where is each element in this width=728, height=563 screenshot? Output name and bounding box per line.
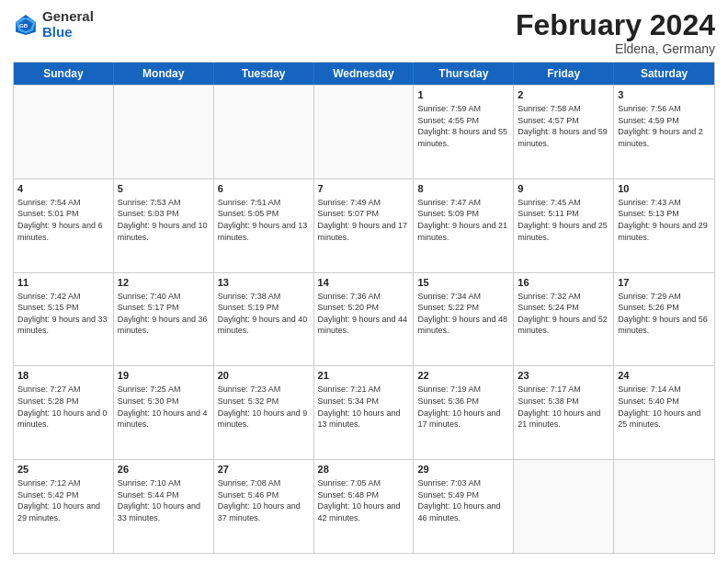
title-block: February 2024 Eldena, Germany xyxy=(516,9,715,56)
day-cell-27: 27Sunrise: 7:08 AM Sunset: 5:46 PM Dayli… xyxy=(214,460,314,553)
day-info: Sunrise: 7:29 AM Sunset: 5:26 PM Dayligh… xyxy=(618,291,711,337)
header-day-wednesday: Wednesday xyxy=(314,63,415,85)
day-cell-7: 7Sunrise: 7:49 AM Sunset: 5:07 PM Daylig… xyxy=(314,179,415,272)
day-cell-15: 15Sunrise: 7:34 AM Sunset: 5:22 PM Dayli… xyxy=(414,273,514,366)
day-info: Sunrise: 7:45 AM Sunset: 5:11 PM Dayligh… xyxy=(518,197,609,243)
calendar-body: 1Sunrise: 7:59 AM Sunset: 4:55 PM Daylig… xyxy=(14,85,714,553)
day-cell-19: 19Sunrise: 7:25 AM Sunset: 5:30 PM Dayli… xyxy=(114,366,214,459)
day-number: 3 xyxy=(618,88,711,102)
day-info: Sunrise: 7:32 AM Sunset: 5:24 PM Dayligh… xyxy=(518,291,609,337)
calendar-header: SundayMondayTuesdayWednesdayThursdayFrid… xyxy=(14,63,714,85)
day-info: Sunrise: 7:08 AM Sunset: 5:46 PM Dayligh… xyxy=(218,477,310,523)
day-cell-8: 8Sunrise: 7:47 AM Sunset: 5:09 PM Daylig… xyxy=(414,179,514,272)
day-number: 18 xyxy=(17,369,109,383)
day-info: Sunrise: 7:27 AM Sunset: 5:28 PM Dayligh… xyxy=(17,384,109,430)
day-info: Sunrise: 7:59 AM Sunset: 4:55 PM Dayligh… xyxy=(417,103,509,149)
page: GB General Blue February 2024 Eldena, Ge… xyxy=(0,0,728,563)
day-number: 2 xyxy=(518,88,609,102)
day-number: 16 xyxy=(518,276,609,290)
header-day-sunday: Sunday xyxy=(14,63,114,85)
day-number: 22 xyxy=(417,369,509,383)
day-cell-14: 14Sunrise: 7:36 AM Sunset: 5:20 PM Dayli… xyxy=(314,273,415,366)
day-info: Sunrise: 7:56 AM Sunset: 4:59 PM Dayligh… xyxy=(618,103,711,149)
day-cell-29: 29Sunrise: 7:03 AM Sunset: 5:49 PM Dayli… xyxy=(414,460,514,553)
week-row-5: 25Sunrise: 7:12 AM Sunset: 5:42 PM Dayli… xyxy=(14,459,714,553)
day-cell-16: 16Sunrise: 7:32 AM Sunset: 5:24 PM Dayli… xyxy=(514,273,614,366)
empty-cell xyxy=(614,460,714,553)
header: GB General Blue February 2024 Eldena, Ge… xyxy=(13,9,715,56)
day-info: Sunrise: 7:53 AM Sunset: 5:03 PM Dayligh… xyxy=(118,197,210,243)
day-number: 13 xyxy=(218,276,310,290)
day-info: Sunrise: 7:51 AM Sunset: 5:05 PM Dayligh… xyxy=(218,197,310,243)
week-row-2: 4Sunrise: 7:54 AM Sunset: 5:01 PM Daylig… xyxy=(14,178,714,272)
logo-text: General Blue xyxy=(42,9,94,40)
day-number: 28 xyxy=(318,463,410,477)
week-row-3: 11Sunrise: 7:42 AM Sunset: 5:15 PM Dayli… xyxy=(14,272,714,366)
header-day-thursday: Thursday xyxy=(414,63,514,85)
day-info: Sunrise: 7:17 AM Sunset: 5:38 PM Dayligh… xyxy=(518,384,609,430)
day-cell-9: 9Sunrise: 7:45 AM Sunset: 5:11 PM Daylig… xyxy=(514,179,614,272)
day-cell-11: 11Sunrise: 7:42 AM Sunset: 5:15 PM Dayli… xyxy=(14,273,114,366)
day-cell-28: 28Sunrise: 7:05 AM Sunset: 5:48 PM Dayli… xyxy=(314,460,415,553)
day-cell-23: 23Sunrise: 7:17 AM Sunset: 5:38 PM Dayli… xyxy=(514,366,614,459)
empty-cell xyxy=(314,86,415,178)
day-info: Sunrise: 7:42 AM Sunset: 5:15 PM Dayligh… xyxy=(17,291,109,337)
day-info: Sunrise: 7:58 AM Sunset: 4:57 PM Dayligh… xyxy=(518,103,609,149)
day-number: 6 xyxy=(218,182,310,196)
day-info: Sunrise: 7:10 AM Sunset: 5:44 PM Dayligh… xyxy=(118,477,210,523)
day-info: Sunrise: 7:43 AM Sunset: 5:13 PM Dayligh… xyxy=(618,197,711,243)
logo-blue-text: Blue xyxy=(42,25,94,40)
day-cell-4: 4Sunrise: 7:54 AM Sunset: 5:01 PM Daylig… xyxy=(14,179,114,272)
day-number: 27 xyxy=(218,463,310,477)
empty-cell xyxy=(14,86,114,178)
day-info: Sunrise: 7:12 AM Sunset: 5:42 PM Dayligh… xyxy=(17,477,109,523)
day-number: 5 xyxy=(118,182,210,196)
day-info: Sunrise: 7:03 AM Sunset: 5:49 PM Dayligh… xyxy=(417,477,509,523)
day-number: 19 xyxy=(118,369,210,383)
day-cell-1: 1Sunrise: 7:59 AM Sunset: 4:55 PM Daylig… xyxy=(414,86,514,178)
logo: GB General Blue xyxy=(13,9,94,40)
day-cell-2: 2Sunrise: 7:58 AM Sunset: 4:57 PM Daylig… xyxy=(514,86,614,178)
day-number: 10 xyxy=(618,182,711,196)
day-info: Sunrise: 7:14 AM Sunset: 5:40 PM Dayligh… xyxy=(618,384,711,430)
day-cell-5: 5Sunrise: 7:53 AM Sunset: 5:03 PM Daylig… xyxy=(114,179,214,272)
day-info: Sunrise: 7:23 AM Sunset: 5:32 PM Dayligh… xyxy=(218,384,310,430)
title-location: Eldena, Germany xyxy=(516,41,715,56)
header-day-friday: Friday xyxy=(514,63,614,85)
day-cell-10: 10Sunrise: 7:43 AM Sunset: 5:13 PM Dayli… xyxy=(614,179,714,272)
day-number: 1 xyxy=(417,88,509,102)
day-number: 26 xyxy=(118,463,210,477)
day-number: 23 xyxy=(518,369,609,383)
day-cell-24: 24Sunrise: 7:14 AM Sunset: 5:40 PM Dayli… xyxy=(614,366,714,459)
day-number: 4 xyxy=(17,182,109,196)
day-cell-17: 17Sunrise: 7:29 AM Sunset: 5:26 PM Dayli… xyxy=(614,273,714,366)
day-info: Sunrise: 7:40 AM Sunset: 5:17 PM Dayligh… xyxy=(118,291,210,337)
day-info: Sunrise: 7:38 AM Sunset: 5:19 PM Dayligh… xyxy=(218,291,310,337)
day-cell-13: 13Sunrise: 7:38 AM Sunset: 5:19 PM Dayli… xyxy=(214,273,314,366)
title-month: February 2024 xyxy=(516,9,715,41)
day-info: Sunrise: 7:21 AM Sunset: 5:34 PM Dayligh… xyxy=(318,384,410,430)
day-info: Sunrise: 7:49 AM Sunset: 5:07 PM Dayligh… xyxy=(318,197,410,243)
day-cell-26: 26Sunrise: 7:10 AM Sunset: 5:44 PM Dayli… xyxy=(114,460,214,553)
day-number: 14 xyxy=(318,276,410,290)
day-number: 7 xyxy=(318,182,410,196)
calendar: SundayMondayTuesdayWednesdayThursdayFrid… xyxy=(13,62,715,554)
day-cell-21: 21Sunrise: 7:21 AM Sunset: 5:34 PM Dayli… xyxy=(314,366,415,459)
day-number: 20 xyxy=(218,369,310,383)
header-day-tuesday: Tuesday xyxy=(214,63,314,85)
day-info: Sunrise: 7:34 AM Sunset: 5:22 PM Dayligh… xyxy=(417,291,509,337)
day-cell-3: 3Sunrise: 7:56 AM Sunset: 4:59 PM Daylig… xyxy=(614,86,714,178)
day-number: 29 xyxy=(417,463,509,477)
empty-cell xyxy=(514,460,614,553)
day-info: Sunrise: 7:54 AM Sunset: 5:01 PM Dayligh… xyxy=(17,197,109,243)
header-day-monday: Monday xyxy=(114,63,214,85)
day-info: Sunrise: 7:47 AM Sunset: 5:09 PM Dayligh… xyxy=(417,197,509,243)
day-info: Sunrise: 7:19 AM Sunset: 5:36 PM Dayligh… xyxy=(417,384,509,430)
svg-text:GB: GB xyxy=(19,22,28,29)
day-info: Sunrise: 7:36 AM Sunset: 5:20 PM Dayligh… xyxy=(318,291,410,337)
day-cell-12: 12Sunrise: 7:40 AM Sunset: 5:17 PM Dayli… xyxy=(114,273,214,366)
day-number: 25 xyxy=(17,463,109,477)
day-info: Sunrise: 7:25 AM Sunset: 5:30 PM Dayligh… xyxy=(118,384,210,430)
day-number: 24 xyxy=(618,369,711,383)
day-number: 9 xyxy=(518,182,609,196)
